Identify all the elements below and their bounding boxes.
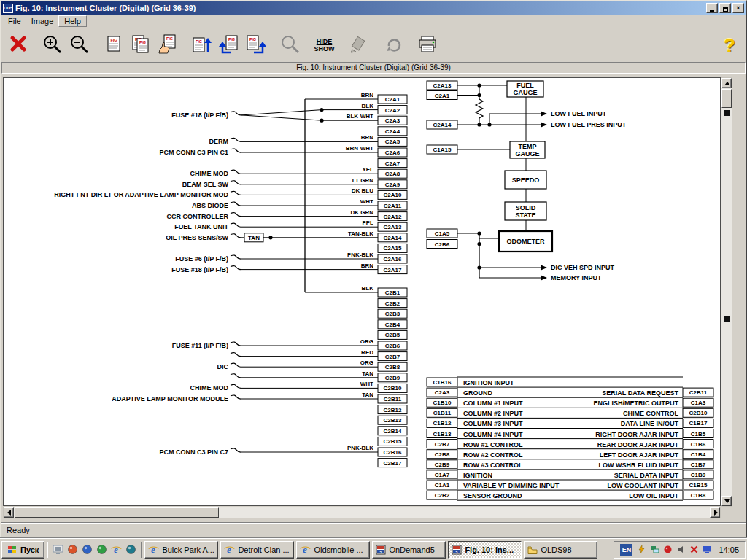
pin-box-label: C1B12 xyxy=(433,420,452,427)
display-icon[interactable] xyxy=(702,545,712,555)
figure-caption-bar: Fig. 10: Instrument Cluster (Digital) (G… xyxy=(1,62,746,74)
component-label: DIC xyxy=(217,363,229,370)
antivirus-icon[interactable] xyxy=(662,545,673,555)
component-label: PCM CONN C3 PIN C7 xyxy=(159,448,228,456)
hide-show-button[interactable]: HIDESHOW xyxy=(311,31,338,60)
pin-box-label: C2B15 xyxy=(384,438,402,445)
fig-pages-icon: FIGFIG xyxy=(130,34,152,57)
figure-pages-button[interactable]: FIGFIG xyxy=(127,31,154,60)
help-icon[interactable]: ? xyxy=(724,34,735,57)
alert-icon[interactable] xyxy=(689,545,699,555)
start-button[interactable]: Пуск xyxy=(1,541,44,559)
task-button-detroit-clan[interactable]: eDetroit Clan ... xyxy=(220,541,294,559)
task-button-oldsmobile[interactable]: eOldsmobile ... xyxy=(296,541,370,559)
print-button[interactable] xyxy=(414,31,441,60)
io-label: ROW #1 CONTROL xyxy=(463,441,523,448)
close-button[interactable]: × xyxy=(732,3,744,13)
ie-icon: e xyxy=(148,544,159,555)
ie-e-icon[interactable]: e xyxy=(110,543,123,556)
source-hook xyxy=(231,223,241,227)
od5-icon: 5 xyxy=(376,545,386,555)
component-label: FUSE #18 (I/P F/B) xyxy=(171,266,228,273)
right-arrow-icon xyxy=(714,510,718,516)
splice-dot xyxy=(268,236,272,239)
io-label: SENSOR GROUND xyxy=(463,492,522,499)
pin-box-label: C2A4 xyxy=(385,128,400,135)
cluster-box-label: STATE xyxy=(515,211,535,219)
power-icon[interactable] xyxy=(636,545,646,555)
menu-help[interactable]: Help xyxy=(58,15,87,27)
svg-text:FIG: FIG xyxy=(195,39,201,44)
zoom-out-button[interactable] xyxy=(66,31,93,60)
task-button-buick-park-a[interactable]: eBuick Park A... xyxy=(144,541,218,559)
teal-app-icon[interactable] xyxy=(125,543,137,556)
pin-box-label: C1A1 xyxy=(435,482,450,489)
figure-next-button[interactable]: FIG xyxy=(242,31,269,60)
pin-box-label: C1B8 xyxy=(691,492,706,499)
pin-box-label: C1A5 xyxy=(435,230,450,237)
pin-box-label: C2B10 xyxy=(689,410,708,416)
volume-icon[interactable] xyxy=(676,545,686,555)
svg-text:e: e xyxy=(114,544,118,555)
figure-first-button[interactable]: FIG xyxy=(188,31,215,60)
splice-dot xyxy=(320,119,323,122)
menu-image[interactable]: Image xyxy=(26,16,59,26)
svg-text:e: e xyxy=(151,544,155,555)
network-icon[interactable] xyxy=(649,545,659,555)
io-label: SERIAL DATA INPUT xyxy=(614,472,679,479)
io-label: ROW #2 CONTROL xyxy=(463,451,523,459)
figure-previous-button[interactable]: FIG xyxy=(215,31,242,60)
taskbar-clock[interactable]: 14:05 xyxy=(716,545,739,554)
wire-color-label: BLK xyxy=(362,285,374,292)
task-button-fig-10-ins[interactable]: 5Fig. 10: Ins... xyxy=(448,541,522,559)
scroll-right-button[interactable] xyxy=(710,508,720,518)
horizontal-scrollbar[interactable] xyxy=(3,507,721,518)
pin-box-label: C2B6 xyxy=(435,241,450,248)
pin-box-label: C2B9 xyxy=(385,375,400,381)
wire-color-label: DK GRN xyxy=(350,209,374,216)
green-app-icon[interactable] xyxy=(96,543,108,556)
red-ball-icon[interactable] xyxy=(66,543,79,556)
splice-dot xyxy=(320,108,323,112)
io-label: IGNITION INPUT xyxy=(463,379,514,386)
figure-page-button[interactable]: FIG xyxy=(100,31,127,60)
component-label: FUSE #11 (I/P F/B) xyxy=(172,342,228,349)
wire-color-label: BLK xyxy=(362,103,374,109)
scroll-up-button[interactable] xyxy=(721,78,732,88)
wire-color-label: YEL xyxy=(362,166,374,173)
blue-globe-icon[interactable] xyxy=(81,543,93,556)
source-hook xyxy=(231,363,241,367)
task-button-olds98[interactable]: OLDS98 xyxy=(524,541,597,559)
task-button-ondemand5[interactable]: 5OnDemand5 xyxy=(372,541,446,559)
wire-color-label: BRN xyxy=(361,262,374,269)
restore-button[interactable] xyxy=(719,3,731,13)
scroll-left-button[interactable] xyxy=(4,508,14,518)
input-label: DIC VEH SPD INPUT xyxy=(551,264,615,271)
menu-file[interactable]: File xyxy=(3,16,26,26)
language-indicator[interactable]: EN xyxy=(620,544,632,556)
source-hook xyxy=(231,112,241,115)
cluster-box-label: ODOMETER xyxy=(506,238,545,245)
vertical-scroll-thumb[interactable] xyxy=(721,89,732,108)
source-hook xyxy=(231,138,241,141)
figure-select-button[interactable]: FIG xyxy=(154,31,181,60)
pin-box-label: C1B15 xyxy=(689,482,708,489)
fig-back-icon: FIG xyxy=(218,34,240,57)
wire-color-label: WHT xyxy=(360,198,374,205)
io-label: LOW WSHR FLUID INPUT xyxy=(599,462,679,469)
wire-color-label: RED xyxy=(361,349,374,356)
minimize-button[interactable] xyxy=(706,3,718,13)
show-desktop-icon[interactable] xyxy=(52,543,64,556)
fig-up-icon: FIG xyxy=(191,34,213,57)
wiring-diagram: C2A1BRNC2A2BLKC2A3BLK-WHTC2A4C2A5BRNC2A6… xyxy=(4,80,719,506)
horizontal-scroll-thumb[interactable] xyxy=(15,508,219,518)
vertical-scrollbar[interactable] xyxy=(721,77,732,507)
pin-box-label: C2B1 xyxy=(385,289,400,296)
scroll-down-button[interactable] xyxy=(721,496,732,506)
pin-box-label: C2B6 xyxy=(385,343,400,349)
close-figure-button[interactable] xyxy=(4,31,31,60)
zoom-in-button[interactable] xyxy=(39,31,66,60)
titlebar[interactable]: OD5 Fig. 10: Instrument Cluster (Digital… xyxy=(1,1,746,15)
pin-box-label: C2A7 xyxy=(385,160,400,167)
source-hook xyxy=(231,213,241,217)
